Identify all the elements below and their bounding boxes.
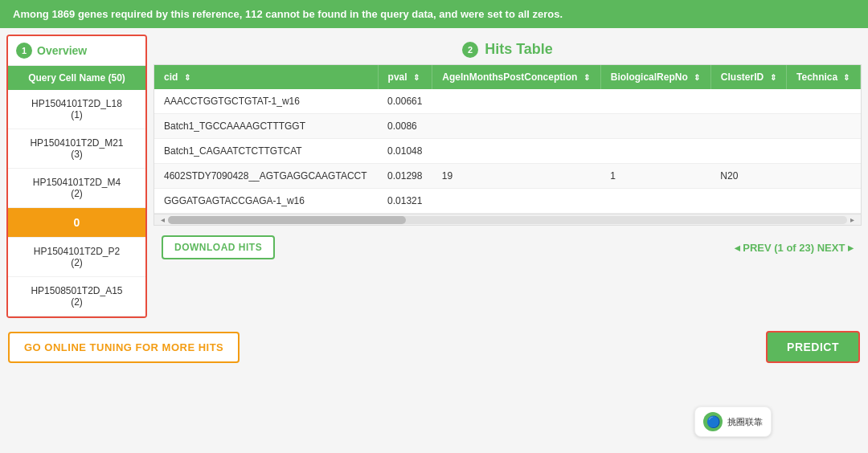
hits-table-wrapper: cid ⇕pval ⇕AgeInMonthsPostConception ⇕Bi… [154, 64, 862, 226]
watermark-icon: 🔵 [703, 412, 723, 431]
cell-item[interactable]: HP1508501T2D_A15 (2) [8, 277, 145, 316]
main-content: 1 Overview Query Cell Name (50) HP150410… [0, 28, 868, 324]
table-cell-pval: 0.00661 [378, 89, 432, 114]
overview-badge: 1 [16, 43, 32, 59]
predict-button[interactable]: PREDICT [766, 331, 860, 363]
table-cell-age [432, 139, 600, 164]
table-header-biologicalrepno[interactable]: BiologicalRepNo ⇕ [600, 65, 710, 89]
hits-panel: 2 Hits Table cid ⇕pval ⇕AgeInMonthsPostC… [154, 35, 862, 318]
table-cell-bio: 1 [600, 164, 710, 189]
overview-header: 1 Overview [8, 36, 145, 66]
table-cell-cid: AAACCTGGTGCTGTAT-1_w16 [154, 89, 378, 114]
table-cell-cid: 4602STDY7090428__AGTGAGGCAAGTACCT [154, 164, 378, 189]
table-header-cid[interactable]: cid ⇕ [154, 65, 378, 89]
table-cell-pval: 0.01298 [378, 164, 432, 189]
table-header-ageinmonthspostconception[interactable]: AgeInMonthsPostConception ⇕ [432, 65, 600, 89]
table-cell-tech [787, 189, 861, 214]
overview-title: Overview [37, 44, 87, 57]
cell-item[interactable]: 0 [8, 208, 145, 238]
table-cell-cluster [710, 89, 786, 114]
footer-row: GO ONLINE TUNING FOR MORE HITS PREDICT [0, 324, 868, 369]
table-header-clusterid[interactable]: ClusterID ⇕ [710, 65, 786, 89]
online-tuning-button[interactable]: GO ONLINE TUNING FOR MORE HITS [8, 332, 240, 363]
table-cell-tech [787, 139, 861, 164]
table-cell-cluster [710, 139, 786, 164]
hits-title: Hits Table [485, 41, 553, 58]
table-cell-tech [787, 89, 861, 114]
cell-item[interactable]: HP1504101T2D_L18 (1) [8, 90, 145, 129]
table-row[interactable]: AAACCTGGTGCTGTAT-1_w160.00661 [154, 89, 861, 114]
scroll-left-arrow[interactable]: ◂ [158, 215, 168, 224]
cell-item[interactable]: HP1504101T2D_P2 (2) [8, 238, 145, 277]
table-cell-cluster: N20 [710, 164, 786, 189]
hits-table-header-row: cid ⇕pval ⇕AgeInMonthsPostConception ⇕Bi… [154, 65, 861, 89]
table-cell-cid: GGGATGAGTACCGAGA-1_w16 [154, 189, 378, 214]
table-cell-cid: Batch1_TGCCAAAAGCTTTGGT [154, 114, 378, 139]
table-cell-bio [600, 89, 710, 114]
info-banner: Among 1869 genes required by this refere… [0, 0, 868, 28]
scrollbar-thumb[interactable] [168, 216, 406, 224]
table-cell-cluster [710, 189, 786, 214]
table-cell-cid: Batch1_CAGAATCTCTTGTCAT [154, 139, 378, 164]
bottom-bar: DOWNLOAD HITS ◂ PREV (1 of 23) NEXT ▸ [154, 229, 862, 266]
table-header-pval[interactable]: pval ⇕ [378, 65, 432, 89]
horizontal-scrollbar[interactable]: ◂ ▸ [154, 214, 861, 225]
pagination[interactable]: ◂ PREV (1 of 23) NEXT ▸ [735, 242, 854, 254]
table-header-technica[interactable]: Technica ⇕ [787, 65, 861, 89]
table-cell-pval: 0.01321 [378, 189, 432, 214]
table-row[interactable]: Batch1_CAGAATCTCTTGTCAT0.01048 [154, 139, 861, 164]
cell-item[interactable]: HP1504101T2D_M21 (3) [8, 129, 145, 169]
table-cell-age: 19 [432, 164, 600, 189]
table-cell-tech [787, 114, 861, 139]
hits-table-body: AAACCTGGTGCTGTAT-1_w160.00661Batch1_TGCC… [154, 89, 861, 214]
download-hits-button[interactable]: DOWNLOAD HITS [162, 235, 275, 259]
hits-badge: 2 [462, 42, 478, 58]
table-cell-age [432, 189, 600, 214]
query-cell-header: Query Cell Name (50) [8, 66, 145, 90]
scrollbar-track[interactable] [168, 216, 847, 224]
hits-table: cid ⇕pval ⇕AgeInMonthsPostConception ⇕Bi… [154, 65, 861, 214]
table-cell-cluster [710, 114, 786, 139]
table-cell-age [432, 114, 600, 139]
table-row[interactable]: GGGATGAGTACCGAGA-1_w160.01321 [154, 189, 861, 214]
table-cell-bio [600, 114, 710, 139]
table-cell-bio [600, 139, 710, 164]
table-row[interactable]: 4602STDY7090428__AGTGAGGCAAGTACCT0.01298… [154, 164, 861, 189]
scroll-right-arrow[interactable]: ▸ [847, 215, 858, 224]
hits-header: 2 Hits Table [154, 35, 862, 64]
table-cell-pval: 0.01048 [378, 139, 432, 164]
table-cell-age [432, 89, 600, 114]
overview-panel: 1 Overview Query Cell Name (50) HP150410… [6, 35, 147, 318]
banner-text: Among 1869 genes required by this refere… [13, 8, 563, 20]
cell-item[interactable]: HP1504101T2D_M4 (2) [8, 169, 145, 208]
table-cell-bio [600, 189, 710, 214]
cell-list: HP1504101T2D_L18 (1)HP1504101T2D_M21 (3)… [8, 90, 145, 316]
table-cell-pval: 0.0086 [378, 114, 432, 139]
table-row[interactable]: Batch1_TGCCAAAAGCTTTGGT0.0086 [154, 114, 861, 139]
watermark: 🔵 挑圈联靠 [694, 406, 772, 437]
table-cell-tech [787, 164, 861, 189]
watermark-text: 挑圈联靠 [727, 416, 763, 428]
